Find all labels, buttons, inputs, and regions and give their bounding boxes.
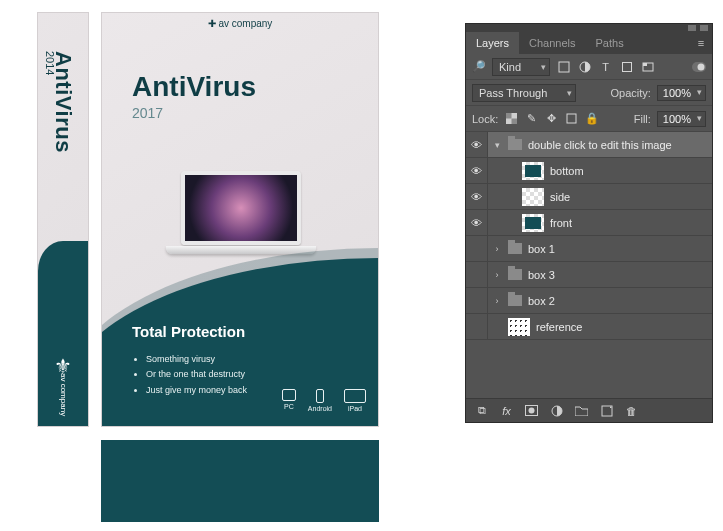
search-icon: 🔎 (472, 60, 486, 73)
blend-row: Pass Through Opacity: 100% (466, 80, 712, 106)
collapse-icon[interactable] (700, 25, 708, 31)
layer-row[interactable]: ›box 2 (466, 288, 712, 314)
fill-label: Fill: (634, 113, 651, 125)
new-layer-icon[interactable] (599, 403, 614, 418)
tablet-icon (344, 389, 366, 403)
layer-thumbnail (522, 162, 544, 180)
layer-visibility-toggle[interactable]: 👁 (466, 184, 488, 209)
tab-paths[interactable]: Paths (586, 32, 634, 54)
layer-row[interactable]: 👁side (466, 184, 712, 210)
folder-icon (508, 139, 522, 150)
layer-name: reference (536, 321, 582, 333)
feature-list: Something virusy Or the one that destruc… (132, 352, 247, 398)
layer-name: bottom (550, 165, 584, 177)
eye-icon: 👁 (471, 217, 482, 229)
phone-icon (316, 389, 324, 403)
layer-thumbnail (522, 188, 544, 206)
blend-mode-select[interactable]: Pass Through (472, 84, 576, 102)
folder-icon (508, 295, 522, 306)
svg-point-12 (529, 408, 535, 414)
panel-grip[interactable] (466, 24, 712, 32)
layer-thumbnail (508, 318, 530, 336)
layer-visibility-toggle[interactable]: 👁 (466, 210, 488, 235)
folder-icon (508, 269, 522, 280)
layer-visibility-toggle[interactable] (466, 262, 488, 287)
feature-item: Something virusy (146, 352, 247, 367)
link-layers-icon[interactable]: ⧉ (474, 403, 489, 418)
front-year: 2017 (132, 105, 163, 121)
layer-row[interactable]: reference (466, 314, 712, 340)
layer-body[interactable]: ›box 2 (488, 288, 712, 313)
svg-rect-8 (506, 113, 512, 119)
adjustment-layer-icon[interactable] (549, 403, 564, 418)
platform-label: iPad (348, 405, 362, 412)
filter-pixel-icon[interactable] (556, 59, 571, 74)
panel-tabs: Layers Channels Paths ≡ (466, 32, 712, 54)
layer-name: side (550, 191, 570, 203)
laptop-screen (181, 171, 301, 245)
spine-title: AntiVirus (50, 51, 76, 153)
new-group-icon[interactable] (574, 403, 589, 418)
layer-row[interactable]: 👁bottom (466, 158, 712, 184)
filter-type-icon[interactable]: T (598, 59, 613, 74)
layer-body[interactable]: reference (488, 314, 712, 339)
front-brandline: ✚ av company (102, 18, 378, 29)
platform-android: Android (308, 389, 332, 412)
disclosure-icon[interactable]: › (492, 270, 502, 280)
filter-smart-icon[interactable] (640, 59, 655, 74)
total-protection-title: Total Protection (132, 323, 245, 340)
lock-artboard-icon[interactable] (564, 111, 579, 126)
panel-menu-icon[interactable]: ≡ (690, 32, 712, 54)
lock-position-icon[interactable]: ✥ (544, 111, 559, 126)
layer-tree: 👁▾double click to edit this image👁bottom… (466, 132, 712, 340)
layer-name: box 2 (528, 295, 555, 307)
layer-visibility-toggle[interactable]: 👁 (466, 132, 488, 157)
filter-kind-select[interactable]: Kind (492, 58, 550, 76)
svg-rect-0 (559, 62, 569, 72)
platform-ipad: iPad (344, 389, 366, 412)
svg-rect-4 (643, 63, 647, 66)
monitor-icon (282, 389, 296, 401)
layers-panel: Layers Channels Paths ≡ 🔎 Kind T Pass Th… (465, 23, 713, 423)
layer-row[interactable]: 👁▾double click to edit this image (466, 132, 712, 158)
disclosure-icon[interactable]: ▾ (492, 140, 502, 150)
layer-visibility-toggle[interactable] (466, 236, 488, 261)
opacity-value[interactable]: 100% (657, 85, 706, 101)
fill-value[interactable]: 100% (657, 111, 706, 127)
layer-visibility-toggle[interactable] (466, 314, 488, 339)
disclosure-icon[interactable]: › (492, 244, 502, 254)
svg-rect-10 (567, 114, 576, 123)
layer-visibility-toggle[interactable]: 👁 (466, 158, 488, 183)
lock-brush-icon[interactable]: ✎ (524, 111, 539, 126)
layer-row[interactable]: ›box 1 (466, 236, 712, 262)
layer-mask-icon[interactable] (524, 403, 539, 418)
layer-name: box 3 (528, 269, 555, 281)
layer-body[interactable]: bottom (488, 158, 712, 183)
eye-icon: 👁 (471, 139, 482, 151)
box-front: ✚ av company AntiVirus 2017 Total Protec… (101, 12, 379, 427)
filter-shape-icon[interactable] (619, 59, 634, 74)
filter-adjust-icon[interactable] (577, 59, 592, 74)
layer-body[interactable]: ›box 1 (488, 236, 712, 261)
tab-channels[interactable]: Channels (519, 32, 585, 54)
front-title: AntiVirus (132, 71, 256, 103)
lock-all-icon[interactable]: 🔒 (584, 111, 599, 126)
layer-body[interactable]: ▾double click to edit this image (488, 132, 712, 157)
collapse-icon[interactable] (688, 25, 696, 31)
layer-row[interactable]: ›box 3 (466, 262, 712, 288)
lock-transparency-icon[interactable] (504, 111, 519, 126)
layer-fx-icon[interactable]: fx (499, 403, 514, 418)
filter-toggle[interactable] (691, 59, 706, 74)
eye-icon: 👁 (471, 191, 482, 203)
disclosure-icon[interactable]: › (492, 296, 502, 306)
tab-layers[interactable]: Layers (466, 32, 519, 54)
platform-pc: PC (282, 389, 296, 412)
delete-layer-icon[interactable]: 🗑 (624, 403, 639, 418)
layer-body[interactable]: ›box 3 (488, 262, 712, 287)
svg-rect-9 (512, 119, 518, 125)
layer-body[interactable]: side (488, 184, 712, 209)
layer-row[interactable]: 👁front (466, 210, 712, 236)
layer-body[interactable]: front (488, 210, 712, 235)
platform-label: PC (284, 403, 294, 410)
layer-visibility-toggle[interactable] (466, 288, 488, 313)
